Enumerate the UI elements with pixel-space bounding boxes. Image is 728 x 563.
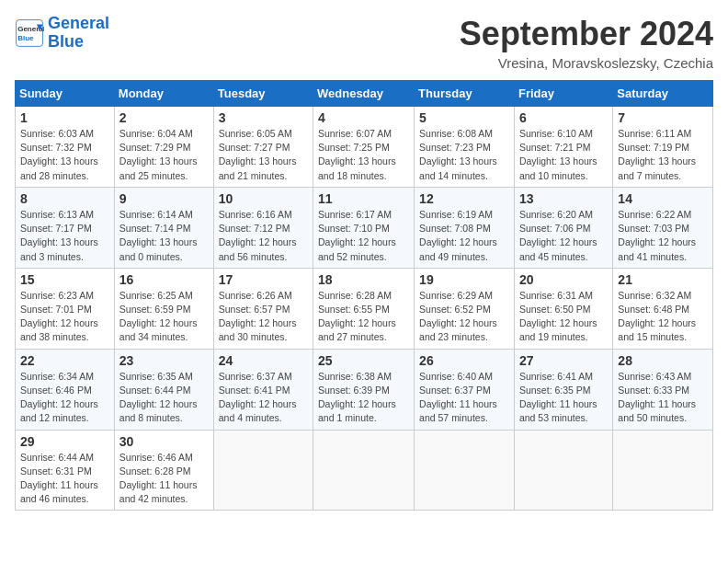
day-info: Sunrise: 6:03 AMSunset: 7:32 PMDaylight:… [20, 127, 109, 183]
calendar-cell: 9Sunrise: 6:14 AMSunset: 7:14 PMDaylight… [114, 187, 213, 268]
calendar-cell: 2Sunrise: 6:04 AMSunset: 7:29 PMDaylight… [114, 107, 213, 188]
day-number: 10 [219, 191, 308, 206]
day-info: Sunrise: 6:19 AMSunset: 7:08 PMDaylight:… [419, 208, 509, 264]
day-number: 14 [618, 191, 708, 206]
day-number: 5 [419, 110, 509, 125]
day-info: Sunrise: 6:26 AMSunset: 6:57 PMDaylight:… [219, 289, 308, 345]
title-block: September 2024 Vresina, Moravskoslezsky,… [460, 15, 713, 71]
day-info: Sunrise: 6:25 AMSunset: 6:59 PMDaylight:… [119, 289, 209, 345]
col-header-wednesday: Wednesday [313, 81, 415, 107]
calendar-cell: 14Sunrise: 6:22 AMSunset: 7:03 PMDayligh… [613, 187, 713, 268]
day-number: 30 [119, 434, 209, 449]
calendar-cell: 12Sunrise: 6:19 AMSunset: 7:08 PMDayligh… [415, 187, 515, 268]
day-info: Sunrise: 6:37 AMSunset: 6:41 PMDaylight:… [219, 370, 308, 426]
calendar-cell: 18Sunrise: 6:28 AMSunset: 6:55 PMDayligh… [313, 268, 415, 349]
month-year-title: September 2024 [460, 15, 713, 53]
day-info: Sunrise: 6:22 AMSunset: 7:03 PMDaylight:… [618, 208, 708, 264]
day-number: 4 [318, 110, 409, 125]
day-number: 22 [20, 353, 109, 368]
day-number: 13 [519, 191, 608, 206]
day-info: Sunrise: 6:32 AMSunset: 6:48 PMDaylight:… [618, 289, 708, 345]
day-info: Sunrise: 6:04 AMSunset: 7:29 PMDaylight:… [119, 127, 209, 183]
day-info: Sunrise: 6:29 AMSunset: 6:52 PMDaylight:… [419, 289, 509, 345]
day-info: Sunrise: 6:34 AMSunset: 6:46 PMDaylight:… [20, 370, 109, 426]
calendar-cell: 27Sunrise: 6:41 AMSunset: 6:35 PMDayligh… [514, 349, 612, 430]
day-info: Sunrise: 6:40 AMSunset: 6:37 PMDaylight:… [419, 370, 509, 426]
day-info: Sunrise: 6:17 AMSunset: 7:10 PMDaylight:… [318, 208, 409, 264]
calendar-cell: 7Sunrise: 6:11 AMSunset: 7:19 PMDaylight… [613, 107, 713, 188]
calendar-cell [213, 430, 313, 511]
calendar-cell: 26Sunrise: 6:40 AMSunset: 6:37 PMDayligh… [415, 349, 515, 430]
day-number: 9 [119, 191, 209, 206]
day-info: Sunrise: 6:41 AMSunset: 6:35 PMDaylight:… [519, 370, 608, 426]
calendar-cell: 23Sunrise: 6:35 AMSunset: 6:44 PMDayligh… [114, 349, 213, 430]
col-header-tuesday: Tuesday [213, 81, 313, 107]
day-info: Sunrise: 6:43 AMSunset: 6:33 PMDaylight:… [618, 370, 708, 426]
calendar-cell: 13Sunrise: 6:20 AMSunset: 7:06 PMDayligh… [514, 187, 612, 268]
day-info: Sunrise: 6:31 AMSunset: 6:50 PMDaylight:… [519, 289, 608, 345]
calendar-cell: 16Sunrise: 6:25 AMSunset: 6:59 PMDayligh… [114, 268, 213, 349]
calendar-cell: 24Sunrise: 6:37 AMSunset: 6:41 PMDayligh… [213, 349, 313, 430]
calendar-cell [613, 430, 713, 511]
calendar-cell: 22Sunrise: 6:34 AMSunset: 6:46 PMDayligh… [16, 349, 115, 430]
calendar-cell: 28Sunrise: 6:43 AMSunset: 6:33 PMDayligh… [613, 349, 713, 430]
day-info: Sunrise: 6:46 AMSunset: 6:28 PMDaylight:… [119, 451, 209, 507]
day-info: Sunrise: 6:13 AMSunset: 7:17 PMDaylight:… [20, 208, 109, 264]
day-number: 21 [618, 272, 708, 287]
calendar-cell: 4Sunrise: 6:07 AMSunset: 7:25 PMDaylight… [313, 107, 415, 188]
logo-icon: General Blue [15, 18, 44, 48]
day-info: Sunrise: 6:16 AMSunset: 7:12 PMDaylight:… [219, 208, 308, 264]
col-header-sunday: Sunday [16, 81, 115, 107]
day-number: 6 [519, 110, 608, 125]
calendar-cell: 19Sunrise: 6:29 AMSunset: 6:52 PMDayligh… [415, 268, 515, 349]
day-info: Sunrise: 6:05 AMSunset: 7:27 PMDaylight:… [219, 127, 308, 183]
day-info: Sunrise: 6:44 AMSunset: 6:31 PMDaylight:… [20, 451, 109, 507]
calendar-cell: 6Sunrise: 6:10 AMSunset: 7:21 PMDaylight… [514, 107, 612, 188]
day-number: 24 [219, 353, 308, 368]
calendar-cell: 5Sunrise: 6:08 AMSunset: 7:23 PMDaylight… [415, 107, 515, 188]
calendar-table: SundayMondayTuesdayWednesdayThursdayFrid… [15, 80, 713, 511]
day-info: Sunrise: 6:38 AMSunset: 6:39 PMDaylight:… [318, 370, 409, 426]
day-info: Sunrise: 6:10 AMSunset: 7:21 PMDaylight:… [519, 127, 608, 183]
day-info: Sunrise: 6:08 AMSunset: 7:23 PMDaylight:… [419, 127, 509, 183]
calendar-cell [313, 430, 415, 511]
calendar-cell: 17Sunrise: 6:26 AMSunset: 6:57 PMDayligh… [213, 268, 313, 349]
day-number: 23 [119, 353, 209, 368]
calendar-cell [514, 430, 612, 511]
calendar-cell: 29Sunrise: 6:44 AMSunset: 6:31 PMDayligh… [16, 430, 115, 511]
col-header-monday: Monday [114, 81, 213, 107]
day-number: 15 [20, 272, 109, 287]
logo-text: GeneralBlue [48, 15, 109, 52]
day-number: 18 [318, 272, 409, 287]
day-number: 2 [119, 110, 209, 125]
svg-text:Blue: Blue [17, 34, 34, 42]
day-info: Sunrise: 6:14 AMSunset: 7:14 PMDaylight:… [119, 208, 209, 264]
calendar-cell: 10Sunrise: 6:16 AMSunset: 7:12 PMDayligh… [213, 187, 313, 268]
day-number: 28 [618, 353, 708, 368]
day-info: Sunrise: 6:23 AMSunset: 7:01 PMDaylight:… [20, 289, 109, 345]
calendar-cell: 21Sunrise: 6:32 AMSunset: 6:48 PMDayligh… [613, 268, 713, 349]
calendar-cell: 1Sunrise: 6:03 AMSunset: 7:32 PMDaylight… [16, 107, 115, 188]
calendar-cell: 8Sunrise: 6:13 AMSunset: 7:17 PMDaylight… [16, 187, 115, 268]
day-number: 17 [219, 272, 308, 287]
calendar-cell: 15Sunrise: 6:23 AMSunset: 7:01 PMDayligh… [16, 268, 115, 349]
day-number: 11 [318, 191, 409, 206]
day-number: 3 [219, 110, 308, 125]
calendar-cell: 30Sunrise: 6:46 AMSunset: 6:28 PMDayligh… [114, 430, 213, 511]
day-info: Sunrise: 6:28 AMSunset: 6:55 PMDaylight:… [318, 289, 409, 345]
day-number: 12 [419, 191, 509, 206]
day-number: 16 [119, 272, 209, 287]
calendar-cell: 11Sunrise: 6:17 AMSunset: 7:10 PMDayligh… [313, 187, 415, 268]
day-info: Sunrise: 6:11 AMSunset: 7:19 PMDaylight:… [618, 127, 708, 183]
day-info: Sunrise: 6:35 AMSunset: 6:44 PMDaylight:… [119, 370, 209, 426]
day-number: 26 [419, 353, 509, 368]
day-number: 1 [20, 110, 109, 125]
day-number: 8 [20, 191, 109, 206]
col-header-friday: Friday [514, 81, 612, 107]
day-number: 29 [20, 434, 109, 449]
day-number: 20 [519, 272, 608, 287]
day-number: 19 [419, 272, 509, 287]
calendar-cell: 3Sunrise: 6:05 AMSunset: 7:27 PMDaylight… [213, 107, 313, 188]
day-number: 7 [618, 110, 708, 125]
location-text: Vresina, Moravskoslezsky, Czechia [460, 55, 713, 71]
